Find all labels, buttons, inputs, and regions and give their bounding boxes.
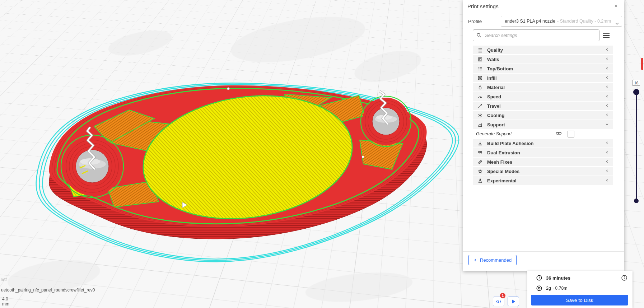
chevron-left-icon bbox=[605, 177, 609, 184]
menu-icon[interactable] bbox=[603, 32, 611, 39]
travel-icon bbox=[477, 103, 483, 109]
simulation-play-button[interactable] bbox=[508, 297, 519, 306]
category-label: Top/Bottom bbox=[487, 66, 605, 71]
chevron-down-icon bbox=[615, 20, 619, 27]
profile-dropdown[interactable]: ender3 S1 PLA p4 nozzle - Standard Quali… bbox=[501, 16, 622, 27]
category-label: Speed bbox=[487, 94, 605, 99]
recommended-label: Recommended bbox=[480, 257, 512, 263]
material-icon bbox=[477, 84, 483, 90]
chevron-left-icon bbox=[605, 93, 609, 100]
search-input[interactable] bbox=[485, 33, 596, 38]
save-to-disk-button[interactable]: Save to Disk bbox=[531, 295, 628, 305]
panel-footer: Recommended bbox=[463, 251, 624, 271]
chevron-left-icon bbox=[605, 47, 609, 53]
chevron-left-icon bbox=[605, 65, 609, 72]
category-label: Build Plate Adhesion bbox=[487, 141, 605, 146]
close-icon[interactable]: × bbox=[612, 2, 620, 10]
category-label: Material bbox=[487, 85, 605, 90]
clock-icon bbox=[536, 275, 542, 281]
experimental-icon bbox=[477, 178, 483, 183]
material-spool-icon bbox=[536, 285, 542, 291]
print-settings-panel: Print settings × Profile ender3 S1 PLA p… bbox=[463, 0, 624, 271]
special-modes-icon bbox=[477, 168, 483, 174]
generate-support-checkbox[interactable] bbox=[568, 131, 574, 137]
profile-value: ender3 S1 PLA p4 nozzle bbox=[505, 19, 555, 24]
layer-slider-handle-top[interactable] bbox=[633, 89, 639, 95]
cooling-icon bbox=[477, 112, 483, 118]
chevron-down-icon bbox=[605, 121, 609, 128]
chevron-left-icon bbox=[473, 258, 477, 262]
chevron-left-icon bbox=[605, 159, 609, 165]
category-build-plate-adhesion[interactable]: Build Plate Adhesion bbox=[473, 139, 613, 148]
category-special-modes[interactable]: Special Modes bbox=[473, 167, 613, 176]
info-icon[interactable] bbox=[621, 275, 627, 281]
support-icon bbox=[477, 122, 483, 127]
top-bottom-icon bbox=[477, 66, 483, 71]
chevron-left-icon bbox=[605, 140, 609, 146]
adhesion-icon bbox=[477, 140, 483, 146]
category-quality[interactable]: Quality bbox=[473, 46, 613, 54]
walls-icon bbox=[477, 56, 483, 62]
red-marker bbox=[641, 58, 643, 70]
category-label: Support bbox=[487, 122, 605, 127]
panel-title: Print settings bbox=[467, 3, 499, 9]
category-label: Cooling bbox=[487, 113, 605, 118]
category-experimental[interactable]: Experimental bbox=[473, 176, 613, 185]
category-cooling[interactable]: Cooling bbox=[473, 111, 613, 120]
category-label: Quality bbox=[487, 47, 605, 53]
chevron-left-icon bbox=[605, 75, 609, 81]
recommended-button[interactable]: Recommended bbox=[468, 255, 517, 265]
print-time: 36 minutes bbox=[546, 275, 621, 281]
category-walls[interactable]: Walls bbox=[473, 55, 613, 64]
chevron-left-icon bbox=[605, 103, 609, 109]
mesh-fixes-icon bbox=[477, 159, 483, 165]
profile-label: Profile bbox=[468, 19, 482, 24]
category-label: Experimental bbox=[487, 178, 605, 183]
layer-value-box: 16 bbox=[633, 80, 640, 86]
code-step-icon bbox=[496, 299, 501, 304]
extruder-badge: 1 bbox=[500, 293, 506, 299]
search-box[interactable] bbox=[473, 29, 599, 41]
category-dual-extrusion[interactable]: Dual Extrusion bbox=[473, 148, 613, 157]
category-mesh-fixes[interactable]: Mesh Fixes bbox=[473, 158, 613, 166]
category-infill[interactable]: Infill bbox=[473, 74, 613, 82]
category-label: Special Modes bbox=[487, 169, 605, 174]
category-support[interactable]: Support bbox=[473, 120, 613, 129]
layer-slider-handle-bottom[interactable] bbox=[634, 199, 639, 203]
setting-label: Generate Support bbox=[476, 131, 556, 136]
chevron-left-icon bbox=[605, 168, 609, 174]
object-list-label: list bbox=[1, 277, 7, 282]
chevron-left-icon bbox=[605, 149, 609, 156]
speed-icon bbox=[477, 94, 483, 99]
settings-categories: Quality Walls Top/Bottom Infill Mate bbox=[473, 46, 613, 186]
quality-icon bbox=[477, 47, 483, 53]
category-label: Dual Extrusion bbox=[487, 150, 605, 155]
category-label: Infill bbox=[487, 75, 605, 81]
category-speed[interactable]: Speed bbox=[473, 92, 613, 101]
category-label: Mesh Fixes bbox=[487, 159, 605, 165]
profile-suffix: - Standard Quality - 0.2mm bbox=[557, 19, 611, 24]
layer-slider-track[interactable] bbox=[636, 90, 637, 202]
chevron-left-icon bbox=[605, 56, 609, 62]
chevron-left-icon bbox=[605, 112, 609, 118]
play-icon bbox=[512, 299, 515, 304]
search-icon bbox=[476, 32, 482, 38]
material-usage: 2g · 0.78m bbox=[546, 286, 568, 291]
chevron-left-icon bbox=[605, 84, 609, 90]
infill-icon bbox=[477, 75, 483, 81]
setting-generate-support[interactable]: Generate Support bbox=[473, 130, 613, 138]
category-material[interactable]: Material bbox=[473, 83, 613, 92]
category-travel[interactable]: Travel bbox=[473, 102, 613, 110]
output-card: 36 minutes 2g · 0.78m Save to Disk bbox=[527, 271, 633, 308]
link-icon[interactable] bbox=[556, 130, 562, 138]
category-label: Walls bbox=[487, 57, 605, 62]
dimension-label: 4.0 mm bbox=[2, 297, 9, 307]
dual-extrusion-icon bbox=[477, 150, 483, 155]
object-name: uetooth_pairing_nfc_panel_roundscrewfill… bbox=[1, 288, 95, 293]
category-label: Travel bbox=[487, 103, 605, 109]
category-top-bottom[interactable]: Top/Bottom bbox=[473, 64, 613, 73]
